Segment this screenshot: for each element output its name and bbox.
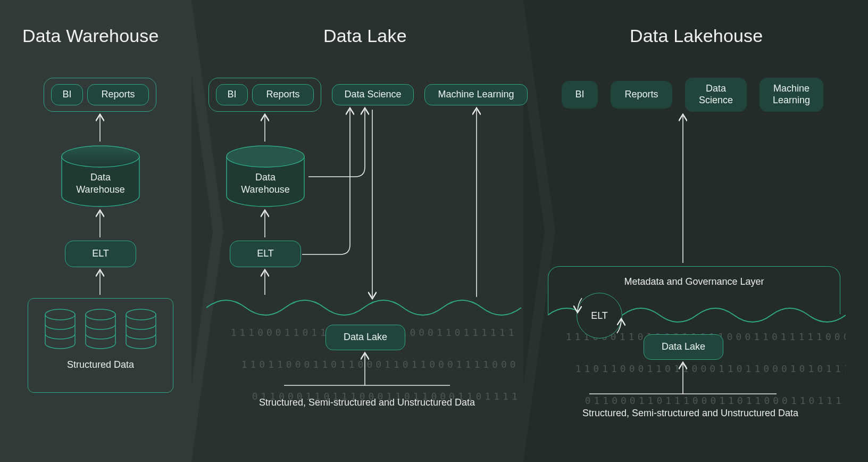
- database-icon: [44, 308, 77, 351]
- database-icon: [84, 308, 117, 351]
- title-lakehouse: Data Lakehouse: [630, 26, 763, 46]
- svg-point-6: [227, 146, 304, 167]
- pill-data-lake: Data Lake: [326, 325, 405, 350]
- svg-point-4: [86, 309, 115, 320]
- binary-texture: 1110001101110001101100011011111100011011…: [213, 309, 518, 405]
- cylinder-label: Data Warehouse: [59, 171, 143, 195]
- pill-reports: Reports: [87, 84, 149, 105]
- caption-lake-sources: Structured, Semi-structured and Unstruct…: [255, 397, 479, 408]
- caption-lakehouse-sources: Structured, Semi-structured and Unstruct…: [573, 408, 807, 419]
- cylinder-label: Data Warehouse: [223, 171, 307, 195]
- pill-bi: BI: [51, 84, 83, 105]
- wave-icon: [206, 296, 523, 319]
- elt-circle: ELT: [577, 293, 622, 339]
- title-warehouse: Data Warehouse: [22, 26, 159, 46]
- pill-machine-learning: Machine Learning: [760, 78, 823, 112]
- structured-data-box: Structured Data: [28, 298, 173, 393]
- pill-bi: BI: [216, 84, 248, 105]
- pill-elt: ELT: [65, 241, 136, 267]
- structured-data-label: Structured Data: [67, 359, 134, 370]
- pill-reports: Reports: [611, 81, 672, 109]
- pill-reports: Reports: [252, 84, 314, 105]
- svg-point-5: [126, 309, 156, 320]
- pill-machine-learning: Machine Learning: [424, 84, 528, 105]
- svg-point-3: [45, 309, 75, 320]
- svg-point-2: [62, 146, 139, 167]
- pill-data-lake: Data Lake: [644, 334, 723, 360]
- database-icon: [124, 308, 157, 351]
- cylinder-warehouse: Data Warehouse: [59, 145, 143, 208]
- title-lake: Data Lake: [323, 26, 407, 46]
- pill-data-science: Data Science: [332, 84, 414, 105]
- pill-bi: BI: [562, 81, 598, 109]
- pill-data-science: Data Science: [685, 78, 747, 112]
- cylinder-warehouse-lake: Data Warehouse: [223, 145, 307, 208]
- pill-elt-lake: ELT: [230, 241, 301, 267]
